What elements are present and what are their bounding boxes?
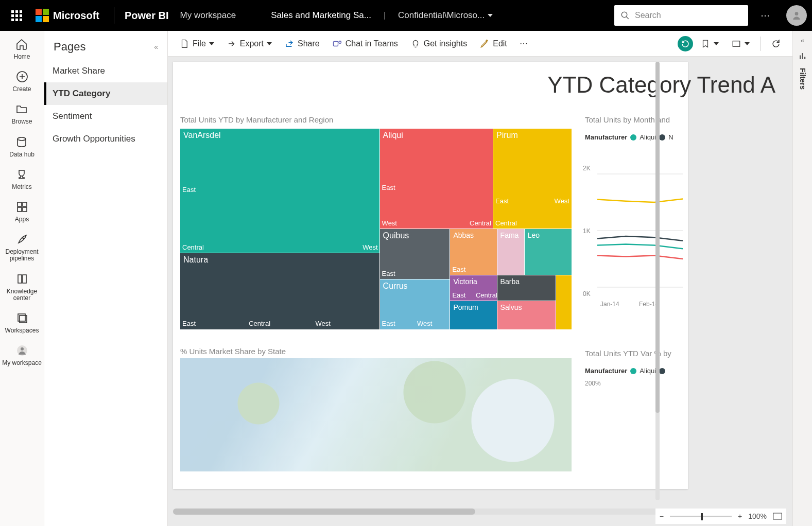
chevron-down-icon — [209, 42, 214, 45]
svg-rect-14 — [333, 41, 338, 46]
product-name[interactable]: Power BI — [125, 10, 169, 22]
report-canvas[interactable]: YTD Category Trend A Total Units YTD by … — [173, 62, 688, 489]
treemap-cell[interactable]: NaturaEastCentralWest — [180, 253, 380, 329]
treemap-cell[interactable]: Salvus — [497, 301, 556, 329]
chevron-down-icon — [714, 42, 719, 45]
xtick-jan: Jan-14 — [600, 301, 619, 308]
treemap-cell[interactable]: Barba — [497, 275, 556, 302]
nav-home[interactable]: Home — [13, 37, 30, 60]
rocket-icon — [15, 232, 29, 247]
map-visual[interactable] — [180, 358, 572, 471]
svg-rect-6 — [23, 202, 27, 206]
map-title: % Units Market Share by State — [180, 347, 286, 356]
scrollbar-thumb[interactable] — [655, 62, 660, 413]
scrollbar-thumb[interactable] — [173, 509, 475, 515]
treemap-title: Total Units YTD by Manufacturer and Regi… — [180, 115, 333, 124]
svg-rect-11 — [20, 315, 27, 323]
vertical-scrollbar[interactable] — [655, 62, 660, 500]
nav-label: Browse — [11, 118, 32, 125]
more-options-icon[interactable]: ⋯ — [761, 10, 771, 21]
page-tab-sentiment[interactable]: Sentiment — [44, 105, 167, 128]
global-header: Microsoft Power BI My workspace Sales an… — [0, 0, 812, 31]
treemap-visual[interactable]: VanArsdelEastCentralWestNaturaEastCentra… — [180, 129, 572, 329]
svg-point-15 — [339, 41, 341, 43]
page-tab-ytd-category[interactable]: YTD Category — [44, 82, 167, 105]
file-menu[interactable]: File — [174, 36, 219, 52]
file-label: File — [193, 39, 206, 48]
legend-dot-aliqui — [630, 134, 636, 141]
microsoft-logo: Microsoft — [36, 9, 99, 22]
treemap-cell[interactable]: Fama — [497, 229, 525, 275]
page-tab-market-share[interactable]: Market Share — [44, 60, 167, 82]
treemap-cell[interactable]: QuibusEast — [380, 229, 451, 279]
bookmark-menu[interactable] — [695, 36, 724, 52]
slider-handle[interactable] — [701, 513, 703, 520]
treemap-cell[interactable]: VictoriaEastCentral — [450, 275, 497, 302]
share-button[interactable]: Share — [279, 36, 325, 52]
search-input[interactable]: Search — [614, 5, 748, 26]
page-title: YTD Category Trend A — [547, 72, 775, 98]
fit-to-page-icon[interactable] — [773, 513, 782, 520]
nav-datahub[interactable]: Data hub — [9, 135, 34, 158]
nav-create[interactable]: Create — [12, 69, 31, 93]
treemap-cell[interactable]: Pomum — [450, 301, 497, 329]
svg-point-4 — [18, 137, 26, 141]
workspace-breadcrumb[interactable]: My workspace — [180, 10, 236, 21]
nav-workspaces[interactable]: Workspaces — [5, 311, 39, 334]
teams-button[interactable]: Chat in Teams — [327, 36, 403, 52]
ytick-0k: 0K — [583, 290, 591, 297]
chart-icon — [798, 51, 807, 61]
zoom-out-button[interactable]: − — [660, 512, 664, 520]
nav-label: Metrics — [12, 184, 32, 190]
plus-circle-icon — [15, 69, 29, 84]
treemap-cell[interactable]: AbbasEast — [450, 229, 497, 275]
treemap-cell[interactable]: VanArsdelEastCentralWest — [180, 129, 380, 253]
svg-line-1 — [626, 16, 629, 19]
nav-label: Knowledge center — [0, 288, 44, 302]
varchart-block[interactable]: Total Units YTD Var % by Manufacturer Al… — [585, 349, 678, 387]
app-launcher-icon[interactable] — [11, 10, 22, 21]
trophy-icon — [14, 167, 29, 182]
collapse-pane-icon[interactable]: « — [154, 43, 158, 51]
nav-myworkspace[interactable]: My workspace — [2, 343, 42, 366]
report-title-header[interactable]: Sales and Marketing Sa... — [271, 10, 371, 21]
page-icon — [179, 39, 189, 49]
insights-button[interactable]: Get insights — [405, 36, 472, 52]
treemap-cell[interactable]: AliquiEastWestCentral — [380, 129, 493, 229]
expand-filters-icon[interactable]: « — [801, 37, 804, 44]
filters-pane-collapsed[interactable]: « Filters — [792, 31, 812, 526]
linechart-title: Total Units by Month and — [585, 115, 678, 124]
nav-label: Home — [13, 54, 30, 60]
user-avatar[interactable] — [786, 5, 807, 26]
nav-metrics[interactable]: Metrics — [12, 167, 32, 190]
nav-deployment[interactable]: Deployment pipelines — [0, 232, 44, 262]
refresh-button[interactable] — [766, 36, 786, 52]
nav-apps[interactable]: Apps — [15, 200, 29, 223]
sensitivity-label[interactable]: Confidential\Microso... — [398, 10, 493, 21]
export-menu[interactable]: Export — [221, 36, 277, 52]
zoom-slider[interactable] — [670, 516, 732, 517]
treemap-cell[interactable]: PirumEastWestCentral — [493, 129, 572, 229]
toolbar-overflow[interactable]: ⋯ — [514, 36, 533, 51]
nav-knowledge[interactable]: Knowledge center — [0, 272, 44, 302]
edit-label: Edit — [493, 39, 507, 48]
nav-browse[interactable]: Browse — [11, 102, 32, 125]
treemap-cell[interactable] — [556, 275, 572, 329]
edit-button[interactable]: Edit — [474, 36, 512, 52]
stack-icon — [15, 311, 29, 325]
bookmark-icon — [700, 39, 711, 49]
page-tab-growth[interactable]: Growth Opportunities — [44, 128, 167, 150]
treemap-cell[interactable]: CurrusEastWest — [380, 279, 451, 330]
linechart-block[interactable]: Total Units by Month and Manufacturer Al… — [585, 115, 678, 300]
teams-label: Chat in Teams — [345, 39, 398, 48]
svg-rect-10 — [18, 314, 25, 321]
view-menu[interactable] — [726, 36, 755, 52]
reset-button[interactable] — [678, 36, 693, 51]
legend-label: Manufacturer — [585, 367, 627, 375]
zoom-in-button[interactable]: + — [738, 512, 742, 520]
ytick-1k: 1K — [583, 227, 591, 235]
treemap-cell[interactable]: Leo — [525, 229, 572, 275]
separator — [114, 7, 114, 24]
linechart-visual[interactable]: 2K 1K 0K Jan-14 Feb-14 — [585, 150, 683, 300]
canvas-viewport[interactable]: YTD Category Trend A Total Units YTD by … — [168, 57, 792, 526]
